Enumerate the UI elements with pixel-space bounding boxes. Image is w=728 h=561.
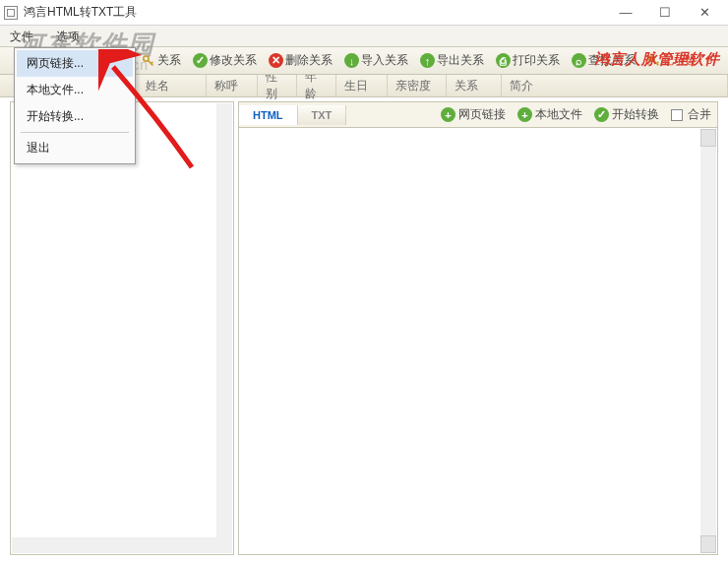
app-icon [4, 6, 18, 20]
toolbar-export-label: 导出关系 [437, 52, 484, 69]
right-panel-wrap: HTML TXT + 网页链接 + 本地文件 ✓ 开始转换 合并 [236, 97, 728, 561]
right-merge-checkbox[interactable]: 合并 [665, 106, 717, 123]
col-closeness[interactable]: 亲密度 [388, 75, 447, 96]
left-panel[interactable] [10, 101, 234, 555]
menu-bar: 文件 选项 [0, 26, 728, 47]
left-scrollbar-vertical[interactable] [216, 103, 232, 537]
col-name[interactable]: 姓名 [138, 75, 207, 96]
dropdown-web-link[interactable]: 网页链接... [17, 50, 133, 77]
toolbar-import-label: 导入关系 [361, 52, 408, 69]
right-merge-label: 合并 [688, 106, 711, 123]
window-title: 鸿言HTML转TXT工具 [24, 4, 137, 21]
toolbar-fix-relation[interactable]: ✓ 修改关系 [189, 50, 261, 71]
right-toolbar: HTML TXT + 网页链接 + 本地文件 ✓ 开始转换 合并 [238, 101, 718, 127]
key-icon [142, 54, 155, 68]
maximize-button[interactable]: ☐ [645, 0, 685, 26]
right-local-file-label: 本地文件 [535, 106, 582, 123]
arrow-down-icon: ↓ [344, 53, 359, 68]
right-tabs: HTML TXT [239, 105, 346, 125]
toolbar-delete-relation[interactable]: ✕ 删除关系 [265, 50, 336, 71]
x-icon: ✕ [269, 53, 283, 68]
print-icon: ⎙ [496, 53, 511, 68]
toolbar-export-relation[interactable]: ↑ 导出关系 [416, 50, 488, 71]
menu-file[interactable]: 文件 [0, 26, 43, 48]
check-icon: ✓ [193, 53, 208, 68]
col-gender[interactable]: 性别 [258, 75, 297, 96]
dropdown-exit[interactable]: 退出 [17, 135, 133, 161]
col-title[interactable]: 称呼 [207, 75, 258, 96]
menu-options[interactable]: 选项 [46, 26, 90, 48]
tab-txt[interactable]: TXT [298, 105, 347, 125]
col-birthday[interactable]: 生日 [336, 75, 388, 96]
toolbar-print-label: 打印关系 [513, 52, 560, 69]
toolbar-fix-label: 修改关系 [210, 52, 257, 69]
dropdown-separator [21, 132, 129, 133]
close-button[interactable]: ✕ [685, 0, 724, 26]
file-dropdown: 网页链接... 本地文件... 开始转换... 退出 [14, 47, 136, 164]
tab-html[interactable]: HTML [239, 105, 298, 125]
checkbox-icon [671, 109, 683, 121]
right-web-link-button[interactable]: + 网页链接 [435, 106, 512, 123]
brand-label: 鸿言人脉管理软件 [594, 50, 720, 69]
dropdown-start-convert[interactable]: 开始转换... [17, 103, 133, 130]
toolbar-key-label: 关系 [157, 52, 181, 69]
right-web-link-label: 网页链接 [458, 106, 506, 123]
left-scrollbar-horizontal[interactable] [12, 537, 232, 553]
right-scrollbar-vertical[interactable] [700, 129, 716, 553]
right-start-convert-label: 开始转换 [612, 106, 659, 123]
check-icon-2: ✓ [594, 107, 609, 122]
right-local-file-button[interactable]: + 本地文件 [512, 106, 588, 123]
col-age[interactable]: 年龄 [297, 75, 336, 96]
toolbar-import-relation[interactable]: ↓ 导入关系 [340, 50, 412, 71]
title-bar: 鸿言HTML转TXT工具 — ☐ ✕ [0, 0, 728, 26]
body-area: HTML TXT + 网页链接 + 本地文件 ✓ 开始转换 合并 [0, 97, 728, 561]
search-icon: ⌕ [572, 53, 586, 68]
toolbar-key[interactable]: 关系 [138, 50, 185, 71]
col-relation[interactable]: 关系 [447, 75, 502, 96]
minimize-button[interactable]: — [606, 0, 645, 26]
plus-icon-2: + [517, 107, 532, 122]
toolbar-del-label: 删除关系 [285, 52, 333, 69]
toolbar-print-relation[interactable]: ⎙ 打印关系 [492, 50, 564, 71]
arrow-up-icon: ↑ [420, 53, 435, 68]
right-content-area[interactable] [238, 127, 718, 555]
right-start-convert-button[interactable]: ✓ 开始转换 [588, 106, 665, 123]
dropdown-local-file[interactable]: 本地文件... [17, 77, 133, 103]
col-intro[interactable]: 简介 [502, 75, 728, 96]
plus-icon: + [441, 107, 455, 122]
